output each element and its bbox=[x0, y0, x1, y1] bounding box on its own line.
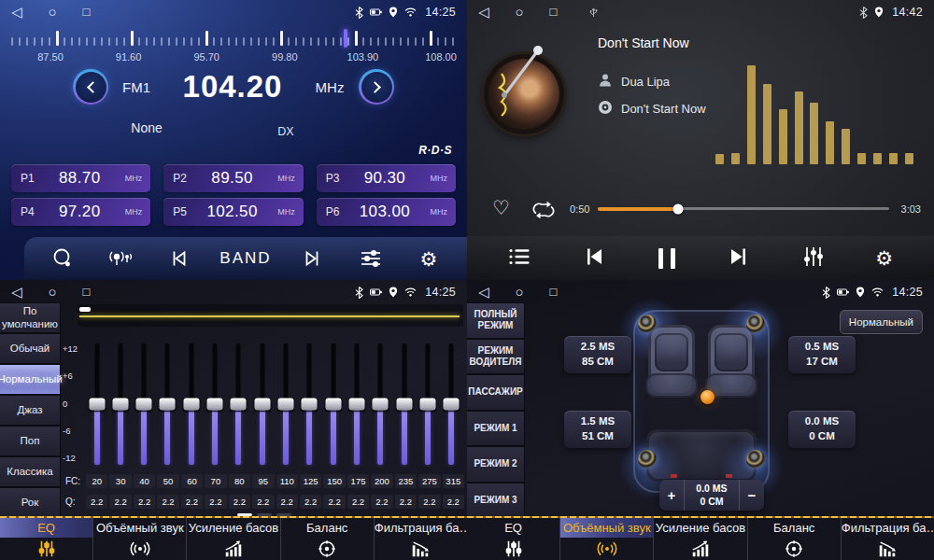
audio-settings-icon[interactable] bbox=[355, 248, 387, 269]
pause-icon[interactable] bbox=[658, 248, 675, 269]
preset-button-p2[interactable]: P289.50MHz bbox=[163, 164, 303, 192]
rear-left-speaker-icon[interactable] bbox=[638, 450, 657, 469]
eq-band-slider[interactable] bbox=[397, 343, 411, 465]
rear-right-speaker-icon[interactable] bbox=[746, 450, 765, 469]
favorite-heart-icon[interactable]: ♡ bbox=[492, 197, 510, 219]
q-value[interactable]: 2.2 bbox=[181, 495, 203, 509]
eq-preset-pop[interactable]: Поп bbox=[0, 426, 61, 456]
preset-button-p1[interactable]: P188.70MHz bbox=[11, 164, 150, 192]
eq-preset-jazz[interactable]: Джаз bbox=[0, 395, 61, 426]
q-value[interactable]: 2.2 bbox=[229, 495, 250, 509]
fc-value[interactable]: 30 bbox=[109, 474, 131, 488]
eq-band-slider[interactable] bbox=[208, 343, 222, 465]
nav-back-button[interactable]: ◁ bbox=[11, 280, 22, 304]
nav-back-button[interactable]: ◁ bbox=[11, 0, 22, 24]
q-value[interactable]: 2.2 bbox=[252, 495, 274, 509]
q-value[interactable]: 2.2 bbox=[205, 495, 226, 509]
fc-value[interactable]: 70 bbox=[205, 474, 226, 488]
slider-thumb[interactable] bbox=[278, 399, 294, 411]
nav-recents-button[interactable]: □ bbox=[83, 280, 91, 304]
slider-thumb[interactable] bbox=[302, 399, 318, 411]
delay-decrease-button[interactable]: − bbox=[739, 480, 764, 511]
fc-value[interactable]: 95 bbox=[252, 474, 274, 488]
mode-full[interactable]: ПОЛНЫЙ РЕЖИМ bbox=[467, 302, 525, 339]
nav-recents-button[interactable]: □ bbox=[83, 0, 91, 24]
tab-bass-boost[interactable]: Усиление басов bbox=[187, 518, 280, 560]
fc-value[interactable]: 50 bbox=[157, 474, 178, 488]
eq-band-slider[interactable] bbox=[184, 343, 198, 465]
q-value[interactable]: 2.2 bbox=[395, 495, 417, 509]
mode-passenger[interactable]: ПАССАЖИР bbox=[467, 374, 525, 411]
eq-preset-rock[interactable]: Рок bbox=[0, 487, 61, 518]
front-left-speaker-icon[interactable] bbox=[638, 315, 657, 333]
nav-recents-button[interactable]: □ bbox=[550, 0, 558, 24]
q-value[interactable]: 2.2 bbox=[323, 495, 345, 509]
progress-thumb[interactable] bbox=[672, 203, 683, 214]
eq-band-slider[interactable] bbox=[350, 343, 364, 465]
eq-band-slider[interactable] bbox=[374, 343, 388, 465]
q-value[interactable]: 2.2 bbox=[276, 495, 298, 509]
eq-band-slider[interactable] bbox=[161, 343, 175, 465]
nav-back-button[interactable]: ◁ bbox=[478, 0, 489, 24]
listening-position-ball[interactable] bbox=[700, 390, 715, 404]
preset-button-p5[interactable]: P5102.50MHz bbox=[163, 198, 303, 226]
q-value[interactable]: 2.2 bbox=[109, 495, 131, 509]
tab-balance[interactable]: Баланс bbox=[281, 518, 375, 560]
settings-gear-icon[interactable]: ⚙ bbox=[875, 248, 893, 268]
eq-band-slider[interactable] bbox=[326, 343, 340, 465]
slider-thumb[interactable] bbox=[136, 399, 152, 411]
eq-preset-normal[interactable]: Нормальный bbox=[0, 364, 61, 395]
fc-value[interactable]: 150 bbox=[323, 474, 345, 488]
slider-thumb[interactable] bbox=[160, 399, 176, 411]
slider-thumb[interactable] bbox=[231, 399, 247, 411]
nav-recents-button[interactable]: □ bbox=[550, 280, 558, 304]
slider-thumb[interactable] bbox=[325, 399, 341, 411]
previous-station-icon[interactable] bbox=[163, 247, 194, 270]
slider-thumb[interactable] bbox=[396, 399, 412, 411]
eq-preset-default[interactable]: По умолчанию bbox=[0, 302, 61, 333]
eq-band-slider[interactable] bbox=[421, 343, 435, 465]
q-value[interactable]: 2.2 bbox=[371, 495, 392, 509]
front-right-speaker-icon[interactable] bbox=[746, 315, 765, 333]
eq-band-slider[interactable] bbox=[113, 343, 127, 465]
next-station-icon[interactable] bbox=[297, 247, 329, 270]
rear-right-delay-button[interactable]: 0.0 MS 0 CM bbox=[788, 411, 856, 448]
eq-band-slider[interactable] bbox=[255, 343, 269, 465]
nav-home-button[interactable]: ○ bbox=[516, 0, 524, 24]
sound-profile-button[interactable]: Нормальный bbox=[840, 310, 923, 334]
eq-band-slider[interactable] bbox=[279, 343, 293, 465]
tune-down-button[interactable] bbox=[73, 69, 108, 105]
rear-left-delay-button[interactable]: 1.5 MS 51 CM bbox=[564, 411, 631, 448]
previous-track-icon[interactable] bbox=[582, 245, 606, 272]
fc-value[interactable]: 20 bbox=[86, 474, 107, 488]
tab-filter[interactable]: Фильтрация ба… bbox=[842, 518, 934, 560]
scan-icon[interactable] bbox=[47, 247, 78, 270]
dx-broadcast-icon[interactable] bbox=[105, 248, 136, 269]
fc-value[interactable]: 275 bbox=[418, 474, 440, 488]
eq-band-slider[interactable] bbox=[137, 343, 151, 465]
nav-home-button[interactable]: ○ bbox=[49, 280, 57, 304]
front-left-delay-button[interactable]: 2.5 MS 85 CM bbox=[564, 336, 631, 373]
equalizer-mixer-icon[interactable] bbox=[803, 245, 824, 272]
q-value[interactable]: 2.2 bbox=[134, 495, 155, 509]
eq-band-slider[interactable] bbox=[303, 343, 317, 465]
eq-preset-classic[interactable]: Классика bbox=[0, 456, 61, 487]
eq-band-slider[interactable] bbox=[232, 343, 246, 465]
front-right-delay-button[interactable]: 0.5 MS 17 CM bbox=[788, 336, 856, 373]
slider-thumb[interactable] bbox=[420, 399, 436, 411]
mode-2[interactable]: РЕЖИМ 2 bbox=[467, 446, 525, 483]
settings-gear-icon[interactable]: ⚙ bbox=[413, 249, 445, 269]
fc-value[interactable]: 40 bbox=[134, 474, 155, 488]
preset-button-p4[interactable]: P497.20MHz bbox=[11, 198, 150, 226]
slider-thumb[interactable] bbox=[444, 399, 460, 411]
slider-thumb[interactable] bbox=[112, 399, 128, 411]
repeat-icon[interactable] bbox=[531, 200, 557, 220]
nav-home-button[interactable]: ○ bbox=[516, 280, 524, 304]
tab-filter[interactable]: Фильтрация ба… bbox=[375, 518, 467, 560]
fm-scale[interactable] bbox=[0, 26, 467, 50]
fc-value[interactable]: 60 bbox=[181, 474, 203, 488]
eq-preset-custom[interactable]: Обычай bbox=[0, 333, 61, 364]
slider-thumb[interactable] bbox=[89, 399, 105, 411]
eq-band-slider[interactable] bbox=[90, 343, 104, 465]
slider-thumb[interactable] bbox=[207, 399, 223, 411]
